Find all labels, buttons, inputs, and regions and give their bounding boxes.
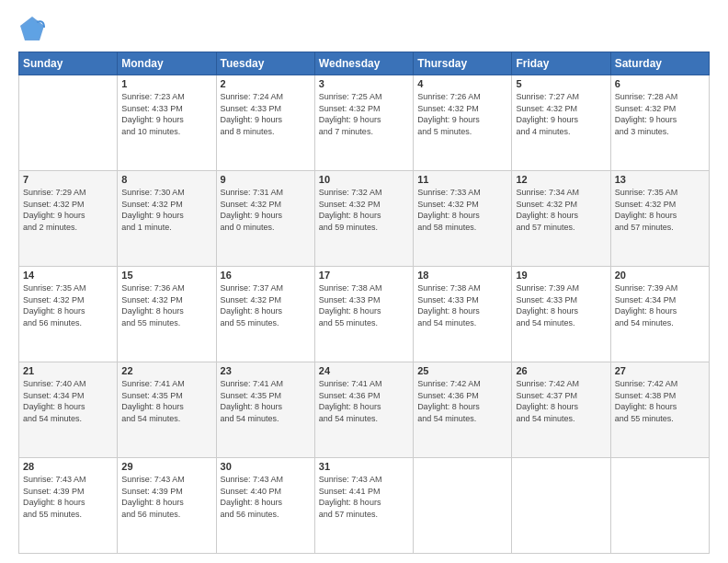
day-cell: 6Sunrise: 7:28 AM Sunset: 4:32 PM Daylig… <box>610 75 709 171</box>
day-cell: 19Sunrise: 7:39 AM Sunset: 4:33 PM Dayli… <box>512 267 610 362</box>
day-number: 13 <box>615 174 705 185</box>
day-cell: 17Sunrise: 7:38 AM Sunset: 4:33 PM Dayli… <box>314 267 413 362</box>
day-number: 11 <box>417 174 507 185</box>
header-cell-wednesday: Wednesday <box>314 52 413 75</box>
day-number: 29 <box>121 461 211 472</box>
day-info: Sunrise: 7:34 AM Sunset: 4:32 PM Dayligh… <box>516 187 606 233</box>
day-info: Sunrise: 7:28 AM Sunset: 4:32 PM Dayligh… <box>615 91 705 137</box>
day-cell: 3Sunrise: 7:25 AM Sunset: 4:32 PM Daylig… <box>314 75 413 171</box>
day-cell: 23Sunrise: 7:41 AM Sunset: 4:35 PM Dayli… <box>216 362 314 458</box>
day-number: 2 <box>221 78 311 89</box>
day-cell: 11Sunrise: 7:33 AM Sunset: 4:32 PM Dayli… <box>414 171 512 267</box>
logo <box>18 15 50 42</box>
day-number: 21 <box>23 365 113 376</box>
day-cell: 2Sunrise: 7:24 AM Sunset: 4:33 PM Daylig… <box>216 75 314 171</box>
day-cell <box>512 458 610 554</box>
page: SundayMondayTuesdayWednesdayThursdayFrid… <box>0 0 728 563</box>
day-number: 7 <box>23 174 113 185</box>
day-cell: 9Sunrise: 7:31 AM Sunset: 4:32 PM Daylig… <box>216 171 314 267</box>
day-cell: 26Sunrise: 7:42 AM Sunset: 4:37 PM Dayli… <box>512 362 610 458</box>
day-info: Sunrise: 7:30 AM Sunset: 4:32 PM Dayligh… <box>121 187 211 233</box>
day-info: Sunrise: 7:38 AM Sunset: 4:33 PM Dayligh… <box>319 282 409 328</box>
day-info: Sunrise: 7:39 AM Sunset: 4:33 PM Dayligh… <box>516 282 606 328</box>
day-cell: 7Sunrise: 7:29 AM Sunset: 4:32 PM Daylig… <box>19 171 118 267</box>
day-info: Sunrise: 7:41 AM Sunset: 4:35 PM Dayligh… <box>121 378 211 424</box>
day-cell: 10Sunrise: 7:32 AM Sunset: 4:32 PM Dayli… <box>314 171 413 267</box>
day-number: 18 <box>417 270 507 281</box>
day-info: Sunrise: 7:25 AM Sunset: 4:32 PM Dayligh… <box>319 91 409 137</box>
day-cell: 14Sunrise: 7:35 AM Sunset: 4:32 PM Dayli… <box>19 267 118 362</box>
day-cell: 5Sunrise: 7:27 AM Sunset: 4:32 PM Daylig… <box>512 75 610 171</box>
day-info: Sunrise: 7:37 AM Sunset: 4:32 PM Dayligh… <box>221 282 311 328</box>
day-cell: 24Sunrise: 7:41 AM Sunset: 4:36 PM Dayli… <box>314 362 413 458</box>
day-cell: 31Sunrise: 7:43 AM Sunset: 4:41 PM Dayli… <box>314 458 413 554</box>
day-info: Sunrise: 7:43 AM Sunset: 4:39 PM Dayligh… <box>23 474 113 520</box>
day-info: Sunrise: 7:24 AM Sunset: 4:33 PM Dayligh… <box>221 91 311 137</box>
day-cell: 29Sunrise: 7:43 AM Sunset: 4:39 PM Dayli… <box>118 458 216 554</box>
day-number: 19 <box>516 270 606 281</box>
day-number: 16 <box>221 270 311 281</box>
day-cell: 15Sunrise: 7:36 AM Sunset: 4:32 PM Dayli… <box>118 267 216 362</box>
header-cell-sunday: Sunday <box>19 52 118 75</box>
calendar-header: SundayMondayTuesdayWednesdayThursdayFrid… <box>19 52 710 75</box>
header-cell-tuesday: Tuesday <box>216 52 314 75</box>
day-info: Sunrise: 7:27 AM Sunset: 4:32 PM Dayligh… <box>516 91 606 137</box>
day-cell: 8Sunrise: 7:30 AM Sunset: 4:32 PM Daylig… <box>118 171 216 267</box>
day-cell: 27Sunrise: 7:42 AM Sunset: 4:38 PM Dayli… <box>610 362 709 458</box>
day-number: 6 <box>615 78 705 89</box>
day-info: Sunrise: 7:33 AM Sunset: 4:32 PM Dayligh… <box>417 187 507 233</box>
day-number: 26 <box>516 365 606 376</box>
day-cell: 16Sunrise: 7:37 AM Sunset: 4:32 PM Dayli… <box>216 267 314 362</box>
day-cell: 21Sunrise: 7:40 AM Sunset: 4:34 PM Dayli… <box>19 362 118 458</box>
day-info: Sunrise: 7:39 AM Sunset: 4:34 PM Dayligh… <box>615 282 705 328</box>
day-number: 27 <box>615 365 705 376</box>
day-number: 23 <box>221 365 311 376</box>
day-cell: 13Sunrise: 7:35 AM Sunset: 4:32 PM Dayli… <box>610 171 709 267</box>
day-cell: 4Sunrise: 7:26 AM Sunset: 4:32 PM Daylig… <box>414 75 512 171</box>
day-cell: 1Sunrise: 7:23 AM Sunset: 4:33 PM Daylig… <box>118 75 216 171</box>
header <box>18 15 710 42</box>
week-row-3: 21Sunrise: 7:40 AM Sunset: 4:34 PM Dayli… <box>19 362 710 458</box>
day-number: 1 <box>121 78 211 89</box>
day-info: Sunrise: 7:42 AM Sunset: 4:38 PM Dayligh… <box>615 378 705 424</box>
week-row-1: 7Sunrise: 7:29 AM Sunset: 4:32 PM Daylig… <box>19 171 710 267</box>
header-row: SundayMondayTuesdayWednesdayThursdayFrid… <box>19 52 710 75</box>
day-number: 14 <box>23 270 113 281</box>
day-number: 3 <box>319 78 409 89</box>
day-number: 20 <box>615 270 705 281</box>
week-row-4: 28Sunrise: 7:43 AM Sunset: 4:39 PM Dayli… <box>19 458 710 554</box>
day-cell: 25Sunrise: 7:42 AM Sunset: 4:36 PM Dayli… <box>414 362 512 458</box>
header-cell-saturday: Saturday <box>610 52 709 75</box>
day-number: 12 <box>516 174 606 185</box>
day-cell <box>610 458 709 554</box>
day-number: 25 <box>417 365 507 376</box>
day-number: 8 <box>121 174 211 185</box>
day-cell <box>19 75 118 171</box>
day-cell: 20Sunrise: 7:39 AM Sunset: 4:34 PM Dayli… <box>610 267 709 362</box>
calendar-body: 1Sunrise: 7:23 AM Sunset: 4:33 PM Daylig… <box>19 75 710 554</box>
day-info: Sunrise: 7:29 AM Sunset: 4:32 PM Dayligh… <box>23 187 113 233</box>
day-info: Sunrise: 7:43 AM Sunset: 4:41 PM Dayligh… <box>319 474 409 520</box>
week-row-0: 1Sunrise: 7:23 AM Sunset: 4:33 PM Daylig… <box>19 75 710 171</box>
day-number: 22 <box>121 365 211 376</box>
day-info: Sunrise: 7:23 AM Sunset: 4:33 PM Dayligh… <box>121 91 211 137</box>
day-number: 4 <box>417 78 507 89</box>
day-cell: 18Sunrise: 7:38 AM Sunset: 4:33 PM Dayli… <box>414 267 512 362</box>
day-cell: 12Sunrise: 7:34 AM Sunset: 4:32 PM Dayli… <box>512 171 610 267</box>
day-info: Sunrise: 7:31 AM Sunset: 4:32 PM Dayligh… <box>221 187 311 233</box>
day-info: Sunrise: 7:40 AM Sunset: 4:34 PM Dayligh… <box>23 378 113 424</box>
day-info: Sunrise: 7:38 AM Sunset: 4:33 PM Dayligh… <box>417 282 507 328</box>
day-number: 28 <box>23 461 113 472</box>
day-number: 24 <box>319 365 409 376</box>
day-number: 30 <box>221 461 311 472</box>
day-cell <box>414 458 512 554</box>
day-number: 31 <box>319 461 409 472</box>
day-info: Sunrise: 7:35 AM Sunset: 4:32 PM Dayligh… <box>615 187 705 233</box>
day-info: Sunrise: 7:35 AM Sunset: 4:32 PM Dayligh… <box>23 282 113 328</box>
day-cell: 22Sunrise: 7:41 AM Sunset: 4:35 PM Dayli… <box>118 362 216 458</box>
day-info: Sunrise: 7:41 AM Sunset: 4:35 PM Dayligh… <box>221 378 311 424</box>
logo-icon <box>18 15 46 42</box>
day-number: 9 <box>221 174 311 185</box>
day-number: 15 <box>121 270 211 281</box>
day-number: 17 <box>319 270 409 281</box>
